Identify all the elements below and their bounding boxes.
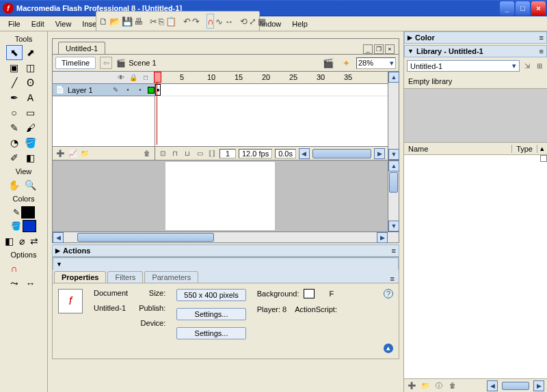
stage-scroll-left-icon[interactable]: ◀ xyxy=(53,232,64,243)
expand-icon[interactable]: ▴ xyxy=(384,344,393,353)
black-white-icon[interactable]: ◧ xyxy=(3,234,16,249)
stage-scroll-v[interactable]: ▲ ▼ xyxy=(388,160,399,232)
new-folder-icon[interactable]: 📁 xyxy=(421,381,430,391)
stage-scroll-down-icon[interactable]: ▼ xyxy=(388,221,399,232)
selection-tool-icon[interactable]: ⬉ xyxy=(6,45,23,60)
pin-library-icon[interactable]: ⇲ xyxy=(522,61,532,71)
pen-tool-icon[interactable]: ✒ xyxy=(6,90,23,105)
rectangle-tool-icon[interactable]: ▭ xyxy=(23,105,39,120)
stage-area[interactable] xyxy=(53,160,388,232)
insert-folder-icon[interactable]: 📁 xyxy=(80,149,90,158)
paint-bucket-tool-icon[interactable]: 🪣 xyxy=(23,135,39,150)
oval-tool-icon[interactable]: ○ xyxy=(6,105,23,120)
modify-onion-markers-icon[interactable]: ⟦⟧ xyxy=(207,149,217,158)
properties-icon[interactable]: ⓘ xyxy=(434,381,444,391)
lasso-tool-icon[interactable]: ʘ xyxy=(23,75,39,90)
tab-parameters[interactable]: Parameters xyxy=(144,271,198,283)
line-tool-icon[interactable]: ╱ xyxy=(6,75,23,90)
straighten-option-icon[interactable]: ⤳ xyxy=(6,276,23,291)
frames-scroll-left-icon[interactable]: ◀ xyxy=(299,148,310,159)
cut-icon[interactable]: ✂ xyxy=(150,14,157,29)
outline-icon[interactable]: □ xyxy=(141,73,150,83)
frame-track[interactable] xyxy=(155,84,388,96)
edit-scene-icon[interactable]: 🎬 xyxy=(321,55,336,70)
paste-icon[interactable]: 📋 xyxy=(165,14,176,29)
add-motion-guide-icon[interactable]: 📈 xyxy=(68,149,77,158)
onion-skin-icon[interactable]: ⊓ xyxy=(170,149,180,158)
lib-scroll-left-icon[interactable]: ◀ xyxy=(487,380,498,391)
color-panel-header[interactable]: ▶ Color ≡ xyxy=(404,31,547,44)
layer-row[interactable]: 📄 Layer 1 ✎ • • xyxy=(53,84,155,96)
text-tool-icon[interactable]: A xyxy=(23,90,39,105)
new-file-icon[interactable]: 🗋 xyxy=(99,14,108,29)
frames-scrollbar[interactable] xyxy=(312,149,371,158)
align-icon[interactable]: ▦ xyxy=(258,14,266,29)
timeline-button[interactable]: Timeline xyxy=(55,57,96,69)
ink-bottle-tool-icon[interactable]: ◔ xyxy=(6,135,23,150)
eraser-tool-icon[interactable]: ◧ xyxy=(23,150,39,165)
actions-menu-icon[interactable]: ≡ xyxy=(392,247,396,255)
hand-tool-icon[interactable]: ✋ xyxy=(6,178,23,193)
stage-scroll-v-thumb[interactable] xyxy=(389,172,398,193)
stage-scroll-right-icon[interactable]: ▶ xyxy=(377,232,388,243)
stage-scroll-h-thumb[interactable] xyxy=(77,233,214,242)
copy-icon[interactable]: ⎘ xyxy=(159,14,164,29)
eyedropper-tool-icon[interactable]: ✐ xyxy=(6,150,23,165)
onion-skin-outlines-icon[interactable]: ⊔ xyxy=(183,149,192,158)
tab-filters[interactable]: Filters xyxy=(107,271,143,283)
no-color-icon[interactable]: ⌀ xyxy=(16,234,28,249)
tab-properties[interactable]: Properties xyxy=(54,271,106,283)
show-hide-icon[interactable]: 👁 xyxy=(116,73,126,83)
color-menu-icon[interactable]: ≡ xyxy=(539,33,544,42)
playhead[interactable] xyxy=(157,72,157,145)
lock-icon[interactable]: 🔒 xyxy=(129,73,138,83)
close-button[interactable]: × xyxy=(531,1,546,16)
smooth-icon[interactable]: ∿ xyxy=(215,14,223,29)
lib-scroll-right-icon[interactable]: ▶ xyxy=(533,380,544,391)
library-collapse-icon[interactable]: ▼ xyxy=(408,48,414,55)
actions-collapse-icon[interactable]: ▶ xyxy=(55,247,60,254)
option-icon[interactable]: ↔ xyxy=(23,276,39,291)
doc-minimize-icon[interactable]: _ xyxy=(363,44,373,54)
help-icon[interactable]: ? xyxy=(384,289,393,298)
center-frame-icon[interactable]: ⊡ xyxy=(158,149,168,158)
frames-scroll-right-icon[interactable]: ▶ xyxy=(374,148,385,159)
properties-menu-icon[interactable]: ≡ xyxy=(386,275,399,283)
stage-scroll-up-icon[interactable]: ▲ xyxy=(388,160,399,171)
background-swatch[interactable] xyxy=(304,289,315,298)
maximize-button[interactable]: □ xyxy=(516,1,530,16)
doc-close-icon[interactable]: × xyxy=(385,44,395,54)
menu-edit[interactable]: Edit xyxy=(26,18,50,29)
col-sort-icon[interactable]: ▴ xyxy=(537,144,547,153)
free-transform-tool-icon[interactable]: ▣ xyxy=(6,60,23,75)
stroke-color-swatch[interactable] xyxy=(21,206,35,219)
size-button[interactable]: 550 x 400 pixels xyxy=(176,289,246,301)
library-document-select[interactable]: Untitled-1 ▾ xyxy=(407,60,520,72)
library-menu-icon[interactable]: ≡ xyxy=(539,47,544,55)
new-library-panel-icon[interactable]: ⊞ xyxy=(535,61,544,71)
library-list[interactable] xyxy=(404,155,547,378)
pencil-tool-icon[interactable]: ✎ xyxy=(6,120,23,135)
document-tab[interactable]: Untitled-1 xyxy=(58,42,105,54)
frame-ruler[interactable]: 1 5 10 15 20 25 30 35 xyxy=(155,72,388,84)
swap-colors-icon[interactable]: ⇄ xyxy=(28,234,40,249)
smooth-option-icon[interactable] xyxy=(23,261,39,276)
delete-layer-icon[interactable]: 🗑 xyxy=(142,149,152,158)
layer-outline-swatch[interactable] xyxy=(148,87,155,94)
timeline-scroll-up-icon[interactable]: ▲ xyxy=(388,72,399,83)
actions-panel-header[interactable]: ▶ Actions ≡ xyxy=(52,244,399,257)
gradient-transform-tool-icon[interactable]: ◫ xyxy=(23,60,39,75)
open-file-icon[interactable]: 📂 xyxy=(109,14,120,29)
rotate-icon[interactable]: ⟲ xyxy=(240,14,248,29)
edit-multiple-frames-icon[interactable]: ▭ xyxy=(195,149,204,158)
redo-icon[interactable]: ↷ xyxy=(192,14,200,29)
library-panel-header[interactable]: ▼ Library - Untitled-1 ≡ xyxy=(404,45,547,57)
properties-collapse-icon[interactable]: ▼ xyxy=(56,261,62,268)
layer-dot1-icon[interactable]: • xyxy=(123,85,133,95)
doc-restore-icon[interactable]: ❐ xyxy=(374,44,384,54)
col-name[interactable]: Name xyxy=(404,145,512,153)
scene-crumb[interactable]: 🎬 Scene 1 xyxy=(116,59,156,68)
snap-to-objects-icon[interactable]: ∩ xyxy=(6,261,23,276)
new-symbol-icon[interactable]: ➕ xyxy=(407,381,416,391)
zoom-tool-icon[interactable]: 🔍 xyxy=(23,178,39,193)
